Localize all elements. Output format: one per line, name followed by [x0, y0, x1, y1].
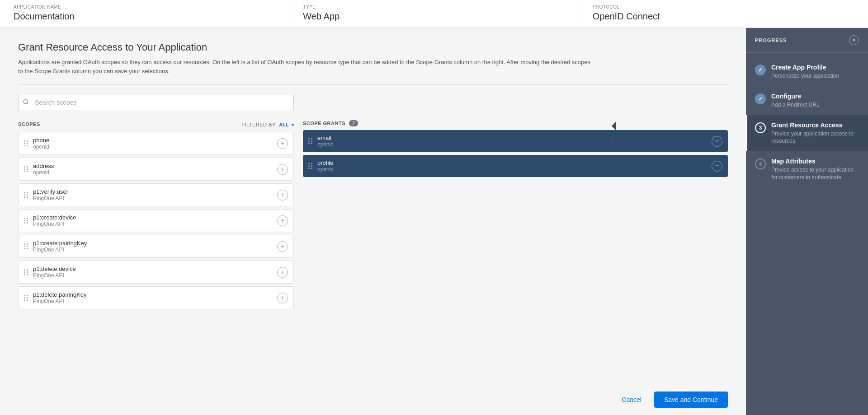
- search-icon: [23, 99, 29, 107]
- step-text: Create App Profile Personalize your appl…: [771, 64, 839, 80]
- grant-dot: [308, 168, 310, 169]
- scope-item: p1:create:pairingKey PingOne API +: [18, 235, 294, 258]
- add-scope-button[interactable]: +: [277, 215, 288, 226]
- remove-grant-button[interactable]: −: [712, 161, 722, 172]
- app-name-label: APPLICATION NAME: [14, 5, 275, 9]
- panels-row: SCOPES FILTERED BY: ALL ▾: [18, 120, 728, 312]
- drag-dot: [24, 222, 25, 224]
- grants-list: email openid − profile openid −: [303, 130, 728, 177]
- scope-item: p1:delete:pairingKey PingOne API +: [18, 286, 294, 309]
- scope-name: p1:delete:pairingKey: [33, 291, 277, 298]
- chevron-down-icon: ▾: [292, 122, 294, 127]
- sidebar-arrow: [609, 133, 614, 142]
- filter-value[interactable]: ALL: [279, 122, 288, 127]
- step-indicator: ✓: [755, 93, 766, 104]
- scope-sub: PingOne API: [33, 195, 277, 201]
- drag-dot: [24, 220, 25, 221]
- grant-info: email openid: [317, 135, 712, 148]
- drag-dot: [27, 274, 28, 275]
- sidebar-step-2[interactable]: ✓ Configure Add a Redirect URL: [746, 86, 868, 115]
- drag-handle[interactable]: [24, 295, 28, 301]
- grant-dot: [311, 165, 312, 167]
- drag-dot: [24, 192, 25, 193]
- drag-handle[interactable]: [24, 166, 28, 172]
- content-inner: Grant Resource Access to Your Applicatio…: [0, 28, 746, 384]
- step-number: ✓: [758, 96, 763, 102]
- drag-dots: [24, 243, 28, 249]
- grant-dot: [308, 138, 310, 140]
- drag-dot: [27, 171, 28, 172]
- scope-name: address: [33, 163, 277, 169]
- cancel-button[interactable]: Cancel: [616, 392, 647, 407]
- drag-dot: [24, 243, 25, 245]
- grant-dot: [311, 168, 312, 169]
- scopes-header: SCOPES FILTERED BY: ALL ▾: [18, 120, 294, 128]
- drag-dot: [24, 295, 25, 296]
- scope-sub: openid: [33, 144, 277, 150]
- sidebar-step-1[interactable]: ✓ Create App Profile Personalize your ap…: [746, 57, 868, 86]
- add-scope-button[interactable]: +: [277, 190, 288, 201]
- grant-dot: [311, 163, 312, 164]
- grant-sub: openid: [317, 141, 712, 148]
- remove-grant-button[interactable]: −: [712, 136, 722, 147]
- grant-item: email openid −: [303, 130, 728, 152]
- scope-item: p1:create:device PingOne API +: [18, 209, 294, 232]
- grant-info: profile openid: [317, 159, 712, 173]
- sidebar-step-4[interactable]: 4 Map Attributes Provide access to your …: [746, 151, 868, 188]
- drag-dot: [27, 295, 28, 296]
- add-scope-button[interactable]: +: [277, 267, 288, 278]
- scope-info: p1:verify:user PingOne API: [33, 188, 277, 201]
- filter-container: FILTERED BY: ALL ▾: [241, 120, 294, 128]
- drag-dots: [24, 295, 28, 301]
- page-description: Applications are granted OAuth scopes so…: [18, 58, 592, 75]
- search-input[interactable]: [18, 94, 294, 111]
- drag-dot: [24, 166, 25, 168]
- scope-name: phone: [33, 137, 277, 144]
- scope-item: address openid +: [18, 158, 294, 181]
- drag-dot: [24, 248, 25, 249]
- drag-handle[interactable]: [24, 243, 28, 249]
- scope-name: p1:verify:user: [33, 188, 277, 195]
- page-title: Grant Resource Access to Your Applicatio…: [18, 42, 728, 53]
- drag-handle[interactable]: [24, 269, 28, 275]
- grant-drag-handle[interactable]: [308, 138, 313, 144]
- sidebar-step-3[interactable]: 3 Grant Resource Access Provide your app…: [746, 115, 868, 152]
- drag-dot: [27, 271, 28, 273]
- scope-info: address openid: [33, 163, 277, 176]
- scopes-label: SCOPES: [18, 121, 40, 127]
- app-name-value: Documentation: [14, 11, 275, 22]
- drag-handle[interactable]: [24, 218, 28, 224]
- app-name-section: APPLICATION NAME Documentation: [0, 0, 289, 28]
- main-layout: Grant Resource Access to Your Applicatio…: [0, 28, 868, 415]
- grant-drag-handle[interactable]: [308, 163, 313, 169]
- drag-dot: [24, 143, 25, 144]
- drag-dots: [24, 192, 28, 198]
- grant-dot: [311, 138, 312, 140]
- content-area: Grant Resource Access to Your Applicatio…: [0, 28, 746, 415]
- save-continue-button[interactable]: Save and Continue: [654, 392, 728, 408]
- scope-name: p1:create:pairingKey: [33, 240, 277, 247]
- top-header: APPLICATION NAME Documentation TYPE Web …: [0, 0, 868, 28]
- grants-count: 2: [349, 120, 358, 126]
- drag-dot: [27, 218, 28, 219]
- scope-name: p1:delete:device: [33, 266, 277, 272]
- drag-dot: [27, 299, 28, 301]
- scope-item: phone openid +: [18, 132, 294, 155]
- add-scope-button[interactable]: +: [277, 138, 288, 149]
- drag-dot: [24, 145, 25, 146]
- grant-dot: [311, 143, 312, 144]
- close-sidebar-button[interactable]: ✕: [849, 35, 859, 45]
- scope-info: p1:delete:pairingKey PingOne API: [33, 291, 277, 304]
- add-scope-button[interactable]: +: [277, 164, 288, 175]
- drag-dot: [24, 299, 25, 301]
- drag-handle[interactable]: [24, 140, 28, 146]
- add-scope-button[interactable]: +: [277, 241, 288, 252]
- scope-name: p1:create:device: [33, 214, 277, 221]
- step-name: Grant Resource Access: [771, 121, 859, 129]
- add-scope-button[interactable]: +: [277, 293, 288, 303]
- drag-dot: [27, 220, 28, 221]
- drag-handle[interactable]: [24, 192, 28, 198]
- sidebar-header: PROGRESS ✕: [746, 28, 868, 53]
- drag-dot: [24, 171, 25, 172]
- drag-dot: [27, 196, 28, 198]
